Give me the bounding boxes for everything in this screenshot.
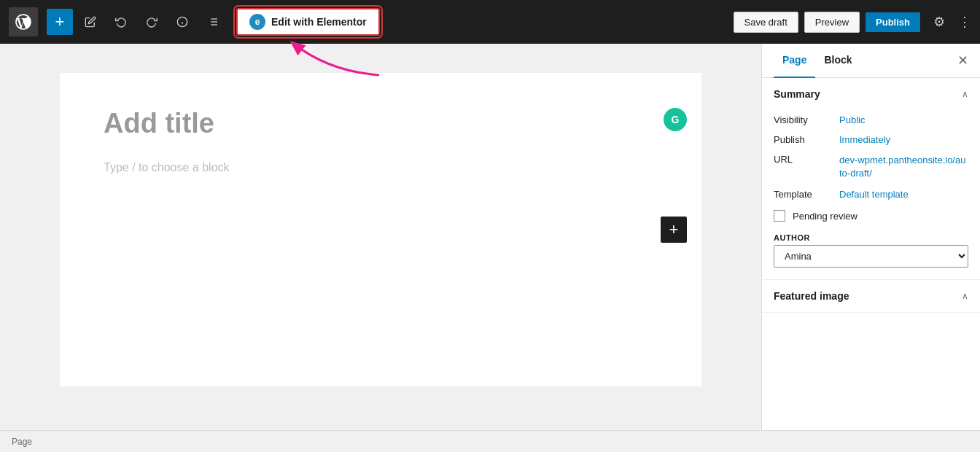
url-label: URL xyxy=(774,154,832,165)
info-button[interactable] xyxy=(169,9,195,35)
list-view-button[interactable] xyxy=(200,9,226,35)
toolbar-right: Save draft Preview Publish ⚙ ⋮ xyxy=(734,9,971,35)
pending-review-checkbox[interactable] xyxy=(774,210,785,222)
editor-title[interactable]: Add title xyxy=(104,108,658,139)
featured-image-heading: Featured image xyxy=(774,290,849,302)
publish-label: Publish xyxy=(774,134,832,145)
edit-elementor-button[interactable]: e Edit with Elementor xyxy=(236,8,380,36)
editor-body-placeholder[interactable]: Type / to choose a block xyxy=(104,161,658,174)
url-value[interactable]: dev-wpmet.pantheonsite.io/auto-draft/ xyxy=(839,154,968,180)
tab-block[interactable]: Block xyxy=(815,44,860,78)
publish-value[interactable]: Immediately xyxy=(839,134,890,145)
toolbar: + e Edit with Elementor Save draft Previ… xyxy=(0,0,980,44)
redo-button[interactable] xyxy=(139,9,165,35)
summary-heading: Summary xyxy=(774,88,820,100)
add-block-toolbar-button[interactable]: + xyxy=(47,9,73,35)
status-bar: Page xyxy=(0,430,980,452)
add-block-inline-button[interactable]: + xyxy=(661,217,687,243)
author-select[interactable]: Amina xyxy=(774,245,968,268)
featured-image-header[interactable]: Featured image ∧ xyxy=(762,280,980,312)
summary-body: Visibility Public Publish Immediately UR… xyxy=(762,110,980,279)
settings-button[interactable]: ⚙ xyxy=(926,9,952,35)
wp-logo xyxy=(9,7,38,36)
preview-button[interactable]: Preview xyxy=(804,12,860,33)
sidebar-close-button[interactable]: ✕ xyxy=(957,44,968,77)
sidebar: Page Block ✕ Summary ∧ Visibility Public… xyxy=(761,44,980,430)
edit-elementor-label: Edit with Elementor xyxy=(271,16,367,28)
visibility-value[interactable]: Public xyxy=(839,114,865,125)
visibility-row: Visibility Public xyxy=(774,110,968,130)
main-layout: Add title Type / to choose a block G + P… xyxy=(0,44,980,430)
sidebar-tabs: Page Block ✕ xyxy=(762,44,980,78)
editor-area: Add title Type / to choose a block G + xyxy=(0,44,761,430)
edit-icon-button[interactable] xyxy=(77,9,104,35)
summary-header[interactable]: Summary ∧ xyxy=(762,78,980,110)
save-draft-button[interactable]: Save draft xyxy=(734,12,798,33)
template-label: Template xyxy=(774,189,832,200)
summary-chevron: ∧ xyxy=(962,89,968,99)
status-bar-text: Page xyxy=(12,437,32,447)
undo-button[interactable] xyxy=(108,9,134,35)
editor-canvas: Add title Type / to choose a block G + xyxy=(60,73,701,386)
url-row: URL dev-wpmet.pantheonsite.io/auto-draft… xyxy=(774,149,968,184)
visibility-label: Visibility xyxy=(774,114,832,125)
tab-page[interactable]: Page xyxy=(774,44,815,78)
template-row: Template Default template xyxy=(774,184,968,204)
grammarly-icon: G xyxy=(664,108,687,131)
pending-review-label: Pending review xyxy=(793,211,858,222)
summary-section: Summary ∧ Visibility Public Publish Imme… xyxy=(762,78,980,280)
pending-review-row: Pending review xyxy=(774,204,968,227)
publish-row: Publish Immediately xyxy=(774,130,968,149)
featured-image-section: Featured image ∧ xyxy=(762,280,980,313)
template-value[interactable]: Default template xyxy=(839,189,909,200)
more-options-button[interactable]: ⋮ xyxy=(958,14,971,30)
author-section-label: AUTHOR xyxy=(774,227,968,245)
elementor-icon: e xyxy=(249,14,265,30)
publish-button[interactable]: Publish xyxy=(866,12,920,32)
featured-image-chevron: ∧ xyxy=(962,291,968,301)
